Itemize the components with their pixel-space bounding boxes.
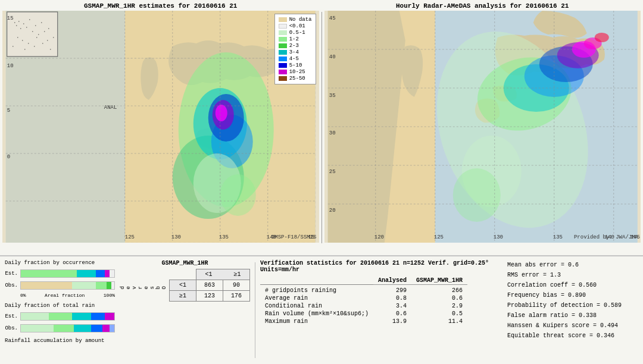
svg-point-11 [35,25,36,26]
svg-point-67 [594,33,608,42]
svg-text:ANAL: ANAL [104,105,117,111]
obs-occurrence-bar [20,281,115,290]
left-map-title: GSMAP_MWR_1HR estimates for 20160616 21 [2,2,319,10]
svg-text:130: 130 [493,234,502,240]
obs-occurrence-row: Obs. [5,281,115,290]
left-map-bottom-label: DMSP-F18/SSMIS [271,234,317,240]
obs-label-1: Obs. [5,283,18,288]
svg-text:40: 40 [329,54,335,60]
svg-point-25 [48,28,49,29]
svg-text:0: 0 [7,154,10,160]
verif-row-0: # gridpoints raining 299 266 [260,287,467,294]
legend-item-3-4: 3-4 [279,49,312,55]
mean-abs-error: Mean abs error = 0.6 [507,260,638,270]
obs-rain-row: Obs. [5,324,115,332]
hanssen: Hanssen & Kuipers score = 0.494 [507,321,638,331]
rainfall-title: Rainfall accumulation by amount [5,338,115,344]
svg-point-16 [34,46,35,47]
verif-analysed-2: 3.4 [373,302,411,310]
val-22: 176 [223,291,250,302]
svg-point-26 [53,37,54,38]
verif-name-2: Conditional rain [260,302,373,310]
svg-point-4 [16,25,17,26]
cont-row-more1: ≥1 123 176 [170,291,250,302]
equitable: Equitable threat score = 0.346 [507,331,638,341]
svg-point-7 [23,23,24,24]
svg-point-37 [220,174,256,216]
verif-name-4: Maximum rain [260,318,373,325]
verif-analysed-1: 0.8 [373,294,411,302]
right-stats: Mean abs error = 0.6 RMS error = 1.3 Cor… [507,260,638,360]
val-21: 123 [196,291,223,302]
svg-rect-2 [7,12,58,57]
verif-name-1: Average rain [260,294,373,302]
occurrence-title: Daily fraction by occurrence [5,260,115,266]
verif-gsmap-3: 0.5 [411,310,467,318]
stats-divider [255,262,255,358]
right-map-svg: 45 40 35 30 25 20 120 125 130 135 140 14… [324,11,641,243]
obs-label-2: Obs. [5,325,18,331]
svg-text:45: 45 [329,15,335,21]
val-12: 90 [223,280,250,291]
freq-bias: Frequency bias = 0.890 [507,290,638,300]
svg-point-14 [22,40,23,41]
legend-item-10-25: 10-25 [279,69,312,75]
main-container: GSMAP_MWR_1HR estimates for 20160616 21 [0,0,643,364]
svg-point-21 [13,46,14,47]
legend-item-4-5: 4-5 [279,56,312,62]
verif-row-1: Average rain 0.8 0.6 [260,294,467,302]
observed-label: Observed [120,285,167,289]
right-map-area: 45 40 35 30 25 20 120 125 130 135 140 14… [324,11,641,243]
verif-name-3: Rain volume (mm×km²×10&sup6;) [260,310,373,318]
svg-point-10 [32,31,33,32]
svg-text:15: 15 [7,15,14,21]
svg-text:125: 125 [125,234,135,240]
svg-point-9 [29,19,30,20]
svg-point-12 [38,34,39,35]
col-analysed: Analysed [373,277,411,285]
svg-point-17 [41,22,42,23]
verif-analysed-0: 299 [373,287,411,294]
legend-item-05-1: 0.5-1 [279,30,312,36]
svg-text:130: 130 [171,234,181,240]
rain-title: Daily fraction of total rain [5,303,115,309]
right-map-title: Hourly Radar-AMeDAS analysis for 2016061… [324,2,641,10]
left-map-panel: GSMAP_MWR_1HR estimates for 20160616 21 [0,0,322,255]
val-11: 863 [196,280,223,291]
verif-row-4: Maximum rain 13.9 11.4 [260,318,467,325]
est-occurrence-row: Est. [5,269,115,278]
verif-table: Analysed GSMAP_MWR_1HR # gridpoints rain… [260,277,467,325]
correlation: Correlation coeff = 0.560 [507,280,638,290]
verif-name-0: # gridpoints raining [260,287,373,294]
svg-text:125: 125 [433,234,443,240]
svg-text:120: 120 [374,234,383,240]
stats-section: Daily fraction by occurrence Est. Obs. [0,256,643,364]
cont-table: <1 ≥1 <1 863 90 [169,269,250,302]
row-header-less1: <1 [170,280,196,291]
svg-text:30: 30 [329,130,335,136]
legend-item-2-3: 2-3 [279,43,312,49]
svg-point-18 [44,31,45,32]
verif-analysed-3: 0.6 [373,310,411,318]
svg-point-15 [28,43,29,44]
svg-text:135: 135 [219,234,229,240]
svg-point-5 [18,21,20,22]
col-headers: <1 ≥1 [196,269,250,280]
verif-gsmap-0: 266 [411,287,467,294]
verif-gsmap-1: 0.6 [411,294,467,302]
verification-panel: Verification statistics for 20160616 21 … [260,260,502,360]
legend-item-5-10: 5-10 [279,62,312,68]
svg-text:10: 10 [7,63,14,69]
svg-point-13 [17,37,18,38]
verif-analysed-4: 13.9 [373,318,411,325]
prob-detection: Probability of detection = 0.589 [507,300,638,310]
est-label-1: Est. [5,271,18,277]
legend-item-nodata: No data [279,17,312,23]
svg-point-24 [42,43,43,44]
svg-text:5: 5 [7,108,10,114]
rms-error: RMS error = 1.3 [507,270,638,280]
est-label-2: Est. [5,313,18,319]
svg-text:25: 25 [329,169,335,175]
obs-rain-bar [20,324,115,332]
occurrence-axis: 0% Areal fraction 100% [5,293,115,298]
